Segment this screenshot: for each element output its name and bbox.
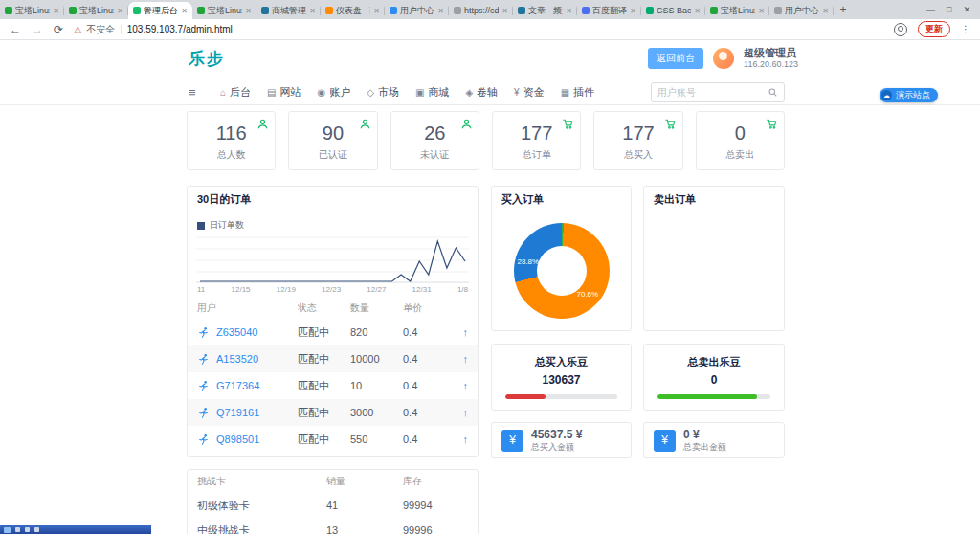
table-row: G717364 匹配中 10 0.4 ↑ xyxy=(188,372,478,399)
browser-tab[interactable]: https://cdn ✕ xyxy=(449,2,513,19)
sell-amount-info: 0 ¥ 总卖出金额 xyxy=(683,428,726,453)
taskbar-app-icon[interactable] xyxy=(25,527,30,532)
nav-item-website[interactable]: ▤ 网站 xyxy=(267,85,301,100)
floating-demo-badge[interactable]: ☁ 演示站点 xyxy=(880,88,938,102)
browser-tab[interactable]: 百度翻译-2 ✕ xyxy=(577,2,641,19)
buy-amount-value: 45637.5 ¥ xyxy=(531,428,582,442)
tab-close-icon[interactable]: ✕ xyxy=(822,7,829,15)
tab-close-icon[interactable]: ✕ xyxy=(758,7,765,15)
window-close-icon[interactable]: ✕ xyxy=(963,5,970,14)
yen-icon: ¥ xyxy=(501,430,523,452)
back-to-front-button[interactable]: 返回前台 xyxy=(648,48,703,69)
address-bar[interactable]: ⚠ 不安全 | 103.59.103.7/admin.html xyxy=(74,23,883,36)
x-tick: 12/19 xyxy=(277,285,296,294)
username-link[interactable]: Z635040 xyxy=(216,326,257,338)
username-link[interactable]: G717364 xyxy=(216,380,259,391)
tab-close-icon[interactable]: ✕ xyxy=(630,7,636,15)
nav-item-dashboard[interactable]: ⌂ 后台 xyxy=(220,85,251,100)
stat-label: 总卖出 xyxy=(697,148,784,162)
windows-taskbar[interactable] xyxy=(0,525,151,534)
panel-title: 卖出订单 xyxy=(644,187,784,211)
nav-item-funds[interactable]: ¥ 资金 xyxy=(514,85,545,100)
nav-item-scroll[interactable]: ◈ 卷轴 xyxy=(465,85,498,100)
promote-icon[interactable]: ↑ xyxy=(446,353,468,365)
browser-tab-active[interactable]: 管理后台 ✕ xyxy=(128,2,192,19)
buy-amount-info: 45637.5 ¥ 总买入金额 xyxy=(531,428,582,453)
username-link[interactable]: Q898501 xyxy=(216,434,259,445)
site-icon: ▤ xyxy=(267,87,276,98)
chart-legend[interactable]: 日订单数 xyxy=(197,219,478,232)
stat-card-unverified: 26 未认证 xyxy=(390,111,479,170)
browser-tab[interactable]: CSS Backgro ✕ xyxy=(641,2,705,19)
sell-orders-panel: 卖出订单 xyxy=(643,186,785,331)
start-button-icon[interactable] xyxy=(4,527,11,533)
tab-close-icon[interactable]: ✕ xyxy=(501,7,508,15)
security-label[interactable]: 不安全 xyxy=(86,23,115,36)
yen-icon: ¥ xyxy=(654,430,676,452)
tab-close-icon[interactable]: ✕ xyxy=(117,7,123,15)
reload-button[interactable]: ⟳ xyxy=(54,23,63,36)
tab-close-icon[interactable]: ✕ xyxy=(566,7,572,15)
admin-info[interactable]: 超级管理员 116.20.60.123 xyxy=(744,47,798,70)
col-card-name: 挑战卡 xyxy=(197,475,326,488)
browser-tab[interactable]: 用户中心-新 ✕ xyxy=(385,2,449,19)
promote-icon[interactable]: ↑ xyxy=(446,326,468,338)
tab-close-icon[interactable]: ✕ xyxy=(53,7,59,15)
username-link[interactable]: A153520 xyxy=(216,353,258,365)
card-row: 中级挑战卡 13 99996 xyxy=(188,518,478,534)
nav-item-market[interactable]: ◇ 市场 xyxy=(367,85,399,100)
search-icon[interactable] xyxy=(768,87,778,98)
promote-icon[interactable]: ↑ xyxy=(446,407,468,418)
window-maximize-icon[interactable]: □ xyxy=(947,5,951,14)
search-box[interactable] xyxy=(651,82,785,102)
chrome-update-button[interactable]: 更新 xyxy=(918,21,950,37)
cell-user: Z635040 xyxy=(197,326,298,339)
tab-title: 宝塔Linux面 xyxy=(721,5,755,17)
forward-button[interactable]: → xyxy=(32,23,43,36)
promote-icon[interactable]: ↑ xyxy=(446,434,468,445)
browser-tab[interactable]: 仪表盘 · 商 ✕ xyxy=(321,2,385,19)
nav-item-mall[interactable]: ▣ 商城 xyxy=(415,85,449,100)
browser-tab[interactable]: 宝塔Linux面 ✕ xyxy=(64,2,128,19)
tab-close-icon[interactable]: ✕ xyxy=(245,7,252,15)
tab-close-icon[interactable]: ✕ xyxy=(181,7,188,15)
match-table-header: 用户 状态 数量 单价 xyxy=(188,298,478,319)
browser-tab[interactable]: 宝塔Linux面 ✕ xyxy=(192,2,256,19)
nav-item-account[interactable]: ◉ 账户 xyxy=(318,85,351,100)
browser-tab[interactable]: 宝塔Linux面 ✕ xyxy=(0,2,64,19)
search-input[interactable] xyxy=(657,87,768,98)
cell-price: 0.4 xyxy=(403,326,446,338)
new-tab-button[interactable]: + xyxy=(834,2,853,19)
menu-toggle-icon[interactable]: ≡ xyxy=(189,85,196,100)
browser-tab[interactable]: 商城管理 - ✕ xyxy=(256,2,321,19)
back-button[interactable]: ← xyxy=(10,23,21,36)
tab-favicon xyxy=(710,7,718,14)
col-card-sales: 销量 xyxy=(326,475,403,488)
cell-qty: 820 xyxy=(350,326,403,338)
tab-close-icon[interactable]: ✕ xyxy=(694,7,701,15)
username-link[interactable]: Q719161 xyxy=(216,407,259,418)
buy-orders-panel: 买入订单 28.8% 70.6% xyxy=(491,186,632,331)
tab-close-icon[interactable]: ✕ xyxy=(373,7,380,15)
site-logo[interactable]: 乐步 xyxy=(189,48,225,70)
taskbar-app-icon[interactable] xyxy=(34,527,39,532)
url-text[interactable]: 103.59.103.7/admin.html xyxy=(127,24,233,34)
admin-avatar[interactable] xyxy=(713,48,734,69)
stats-row: 116 总人数 90 已认证 26 未认证 177 总订单 177 总买 xyxy=(187,111,785,170)
window-minimize-icon[interactable]: — xyxy=(926,5,935,14)
browser-tab[interactable]: 宝塔Linux面 ✕ xyxy=(705,2,769,19)
tab-close-icon[interactable]: ✕ xyxy=(437,7,444,15)
profile-icon[interactable] xyxy=(894,23,907,36)
browser-tab[interactable]: 文章 · 频道 ✕ xyxy=(513,2,577,19)
donut-label-orange: 70.6% xyxy=(577,290,599,299)
browser-tab[interactable]: 用户中心 - 3 ✕ xyxy=(769,2,834,19)
cart-icon xyxy=(766,117,778,129)
runner-icon xyxy=(197,380,210,392)
stat-card-total-orders: 177 总订单 xyxy=(492,111,581,170)
dashboard-content: 116 总人数 90 已认证 26 未认证 177 总订单 177 总买 xyxy=(187,105,785,534)
tab-close-icon[interactable]: ✕ xyxy=(309,7,316,15)
browser-menu-icon[interactable]: ⋮ xyxy=(961,24,970,34)
nav-item-plugins[interactable]: ▦ 插件 xyxy=(561,85,594,100)
promote-icon[interactable]: ↑ xyxy=(446,380,468,391)
taskbar-app-icon[interactable] xyxy=(15,527,20,532)
